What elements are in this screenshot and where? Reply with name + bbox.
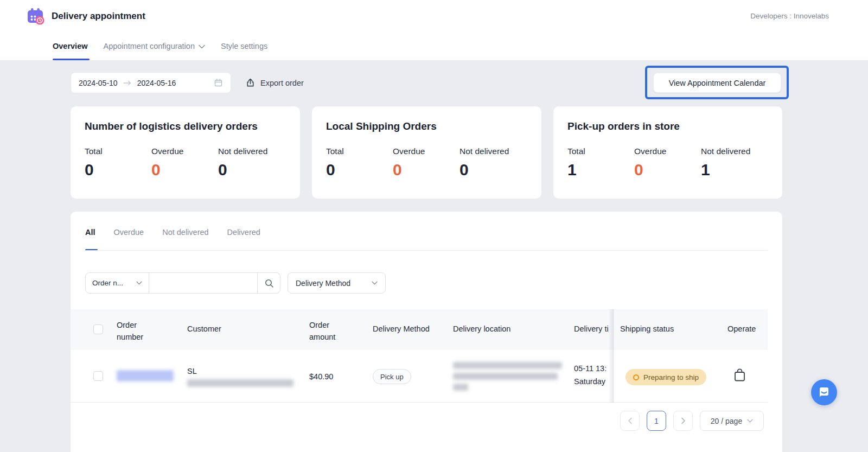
chevron-down-icon	[372, 281, 378, 285]
chat-launcher-button[interactable]	[811, 379, 837, 405]
search-input[interactable]	[149, 272, 258, 294]
date-range-picker[interactable]: 2024-05-10 2024-05-16	[71, 72, 231, 93]
view-appointment-calendar-label: View Appointment Calendar	[669, 79, 766, 87]
app-calendar-clock-icon	[25, 6, 46, 29]
operate-bag-button[interactable]	[733, 368, 746, 382]
metric-total: Total 1	[567, 147, 634, 179]
metric-overdue: Overdue 0	[634, 147, 701, 179]
metric-value: 0	[634, 161, 701, 179]
main-nav-tabs: Overview Appointment configuration Style…	[53, 42, 267, 50]
customer-email-redacted	[187, 379, 293, 387]
active-tab-underline	[53, 59, 90, 60]
delivery-method-filter-value: Delivery Method	[296, 279, 350, 288]
metric-total: Total 0	[326, 147, 393, 179]
date-start-value[interactable]: 2024-05-10	[79, 79, 118, 87]
filter-tab-overdue[interactable]: Overdue	[114, 228, 144, 245]
stat-card-logistics: Number of logistics delivery orders Tota…	[71, 106, 300, 199]
pagination: 1 20 / page	[620, 411, 764, 431]
metric-value: 0	[85, 161, 151, 179]
shipping-status-badge: Preparing to ship	[626, 369, 706, 385]
shipping-status-label: Preparing to ship	[643, 373, 699, 381]
metric-value: 0	[218, 161, 285, 179]
page-number-button[interactable]: 1	[647, 411, 666, 431]
search-field-selector[interactable]: Order n...	[85, 272, 149, 294]
tab-appointment-configuration-label: Appointment configuration	[104, 42, 195, 50]
order-filter-tabs: All Overdue Not delivered Delivered	[85, 228, 260, 245]
filter-tab-not-delivered[interactable]: Not delivered	[162, 228, 208, 245]
col-delivery-method: Delivery Method	[373, 324, 430, 333]
tab-overview[interactable]: Overview	[53, 42, 88, 50]
metric-label: Not delivered	[701, 147, 768, 156]
metric-label: Total	[567, 147, 634, 156]
chevron-down-icon	[199, 42, 205, 50]
row-checkbox[interactable]	[93, 371, 103, 381]
fixed-column-edge	[614, 309, 614, 403]
page-size-select[interactable]: 20 / page	[700, 411, 764, 431]
delivery-method-filter[interactable]: Delivery Method	[288, 272, 386, 294]
order-number-redacted-link[interactable]	[117, 370, 174, 381]
prev-page-button[interactable]	[620, 411, 640, 431]
metric-value: 0	[326, 161, 393, 179]
tab-appointment-configuration[interactable]: Appointment configuration	[104, 42, 205, 50]
metric-label: Total	[326, 147, 393, 156]
table-row: SL $40.90 Pick up 05-11 13: Saturday Pre…	[71, 350, 768, 403]
filter-tab-delivered[interactable]: Delivered	[227, 228, 260, 245]
chevron-right-icon	[681, 417, 686, 424]
table-header-row: Order number Customer Order amount Deliv…	[71, 309, 768, 350]
date-end-value[interactable]: 2024-05-16	[137, 79, 176, 87]
account-label: Developers : Innovelabs	[750, 12, 829, 20]
metric-value: 0	[393, 161, 459, 179]
delivery-location-redacted-line3	[453, 384, 468, 391]
metric-label: Overdue	[151, 147, 218, 156]
export-icon	[245, 78, 256, 88]
select-all-checkbox[interactable]	[93, 324, 103, 334]
orders-panel: All Overdue Not delivered Delivered Orde…	[71, 212, 782, 452]
stat-card-local-shipping: Local Shipping Orders Total 0 Overdue 0 …	[312, 106, 541, 199]
metric-label: Not delivered	[218, 147, 285, 156]
col-order-number: Order number	[117, 319, 165, 343]
stat-card-title: Number of logistics delivery orders	[85, 120, 286, 132]
metric-total: Total 0	[85, 147, 151, 179]
search-field-selector-value: Order n...	[92, 279, 123, 287]
metric-value: 0	[151, 161, 218, 179]
delivery-location-redacted-line1	[453, 362, 562, 369]
tabs-divider	[85, 250, 768, 251]
chevron-down-icon	[747, 419, 753, 423]
tab-overview-label: Overview	[53, 42, 88, 50]
col-operate: Operate	[727, 324, 756, 333]
export-order-button[interactable]: Export order	[245, 72, 304, 93]
order-amount: $40.90	[309, 372, 333, 381]
metric-value: 1	[567, 161, 634, 179]
order-search-group: Order n...	[85, 272, 280, 294]
chevron-down-icon	[136, 281, 142, 285]
col-shipping-status: Shipping status	[620, 324, 674, 333]
col-delivery-location: Delivery location	[453, 324, 510, 333]
chevron-left-icon	[628, 417, 633, 424]
search-button[interactable]	[258, 272, 280, 294]
metric-value: 0	[459, 161, 526, 179]
stat-card-pickup: Pick-up orders in store Total 1 Overdue …	[553, 106, 782, 199]
metric-not-delivered: Not delivered 0	[459, 147, 526, 179]
fixed-column-shadow	[608, 309, 614, 403]
export-order-label: Export order	[260, 79, 304, 87]
metric-label: Overdue	[634, 147, 701, 156]
page-title: Delivery appointment	[52, 11, 145, 22]
page-size-value: 20 / page	[711, 417, 742, 425]
next-page-button[interactable]	[673, 411, 693, 431]
filter-tab-all[interactable]: All	[85, 228, 95, 245]
customer-name: SL	[187, 367, 197, 375]
metric-overdue: Overdue 0	[393, 147, 459, 179]
metric-label: Total	[85, 147, 151, 156]
tab-style-settings-label: Style settings	[221, 42, 267, 50]
chat-bubble-icon	[817, 385, 831, 399]
metric-value: 1	[701, 161, 768, 179]
calendar-icon	[214, 78, 223, 87]
shopping-bag-icon	[733, 368, 746, 382]
metric-label: Not delivered	[459, 147, 526, 156]
tab-style-settings[interactable]: Style settings	[221, 42, 267, 50]
stat-card-title: Local Shipping Orders	[326, 120, 527, 132]
col-customer: Customer	[187, 324, 221, 333]
stat-card-title: Pick-up orders in store	[567, 120, 768, 132]
metric-overdue: Overdue 0	[151, 147, 218, 179]
view-appointment-calendar-button[interactable]: View Appointment Calendar	[653, 73, 781, 93]
